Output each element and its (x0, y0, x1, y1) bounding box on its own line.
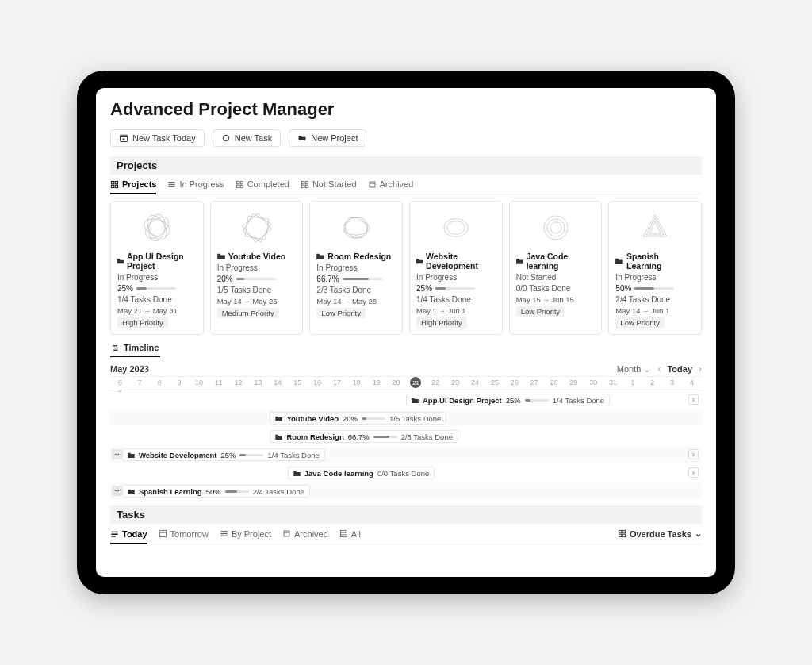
current-day-marker: 21 (410, 377, 421, 388)
circle-icon (221, 133, 231, 143)
svg-rect-9 (169, 182, 175, 183)
add-subtask-button[interactable]: + (112, 449, 122, 459)
svg-rect-42 (111, 534, 117, 535)
task-tab-archived[interactable]: Archived (282, 529, 328, 539)
svg-rect-49 (284, 531, 289, 536)
timeline-row: + Spanish Learning 50% 2/4 Tasks Done (110, 483, 702, 499)
timeline-row: Room Redesign 66.7% 2/3 Tasks Done (110, 429, 702, 444)
project-status: In Progress (117, 273, 197, 282)
timeline-bar[interactable]: App UI Design Project 25% 1/4 Tasks Done (406, 394, 610, 406)
svg-rect-38 (113, 345, 117, 346)
svg-point-4 (223, 135, 229, 141)
today-button[interactable]: Today (667, 364, 692, 374)
project-thumbnail (117, 206, 197, 249)
svg-point-25 (141, 213, 172, 242)
new-project-button[interactable]: New Project (289, 129, 366, 147)
timeline-bar[interactable]: Youtube Video 20% 1/5 Tasks Done (270, 412, 446, 425)
priority-pill: High Priority (416, 317, 467, 328)
svg-point-30 (341, 213, 371, 243)
priority-pill: Low Priority (516, 306, 565, 317)
task-tab-today[interactable]: Today (110, 529, 147, 539)
tab-icon (368, 180, 377, 189)
svg-point-24 (147, 213, 167, 243)
new-task-button[interactable]: New Task (213, 129, 281, 147)
svg-point-32 (544, 216, 568, 240)
svg-point-34 (550, 222, 561, 233)
tab-timeline[interactable]: Timeline (110, 343, 160, 357)
svg-rect-19 (305, 185, 308, 187)
project-name: Website Development (416, 252, 496, 271)
svg-rect-28 (242, 213, 271, 243)
task-tab-all[interactable]: All (339, 529, 361, 539)
tab-in-progress[interactable]: In Progress (167, 179, 224, 189)
timeline-bar[interactable]: Spanish Learning 50% 2/4 Tasks Done (122, 485, 310, 498)
task-tab-tomorrow[interactable]: Tomorrow (159, 529, 209, 539)
project-name: Room Redesign (316, 252, 396, 261)
add-subtask-button[interactable]: + (112, 486, 122, 496)
task-tab-by-project[interactable]: By Project (220, 529, 271, 539)
project-card[interactable]: Spanish Learning In Progress 50% 2/4 Tas… (608, 201, 702, 335)
expand-row-button[interactable]: › (688, 449, 699, 459)
svg-rect-39 (114, 347, 119, 348)
timeline-bar[interactable]: Website Development 25% 1/4 Tasks Done (122, 448, 325, 461)
svg-rect-51 (340, 530, 347, 536)
board-icon (618, 529, 626, 538)
project-card[interactable]: Java Code learning Not Started 0/0 Tasks… (509, 201, 603, 335)
timeline-bar[interactable]: Room Redesign 66.7% 2/3 Tasks Done (270, 430, 458, 443)
timeline-tabs: Timeline (110, 343, 702, 357)
svg-rect-55 (622, 530, 625, 532)
tab-icon (220, 529, 228, 538)
project-name: Spanish Learning (615, 252, 695, 271)
app-screen: Advanced Project Manager New Task Today … (96, 88, 716, 577)
tab-archived[interactable]: Archived (368, 179, 414, 189)
svg-rect-11 (169, 186, 175, 186)
priority-pill: Medium Priority (217, 308, 279, 318)
prev-period-button[interactable]: ‹ (657, 363, 661, 375)
project-tabs: ProjectsIn ProgressCompletedNot StartedA… (110, 179, 702, 194)
project-status: In Progress (316, 263, 396, 272)
svg-rect-56 (619, 534, 621, 536)
new-task-today-button[interactable]: New Task Today (110, 129, 205, 147)
task-tabs: TodayTomorrowBy ProjectArchivedAll Overd… (110, 529, 702, 544)
project-dates: May 14→Jun 1 (615, 306, 695, 315)
project-card[interactable]: App UI Design Project In Progress 25% 1/… (110, 201, 204, 335)
project-dates: May 21→May 31 (117, 306, 197, 315)
svg-rect-48 (220, 536, 227, 536)
svg-rect-14 (236, 185, 239, 187)
folder-icon (297, 133, 307, 143)
svg-rect-20 (370, 182, 375, 187)
svg-rect-6 (115, 181, 117, 183)
project-dates: May 14→May 25 (217, 297, 297, 306)
timeline-row: Java Code learning 0/0 Tasks Done › (110, 465, 702, 481)
project-card[interactable]: Room Redesign In Progress 66.7% 2/3 Task… (309, 201, 403, 335)
tab-icon (167, 180, 176, 189)
svg-rect-17 (305, 181, 308, 183)
project-name: Java Code learning (516, 252, 596, 271)
svg-rect-41 (111, 532, 117, 532)
project-tasks-done: 1/5 Tasks Done (217, 286, 297, 294)
project-progress: 66.7% (316, 275, 396, 283)
expand-row-button[interactable]: › (688, 467, 699, 478)
overdue-tasks-view[interactable]: Overdue Tasks ⌄ (618, 529, 702, 539)
overdue-label: Overdue Tasks (630, 529, 691, 539)
project-name: Youtube Video (217, 252, 297, 261)
timeline-toolbar: May 2023 Month ⌄ ‹ Today › (110, 363, 702, 375)
svg-rect-7 (111, 185, 113, 187)
project-status: Not Started (516, 273, 596, 282)
project-tasks-done: 0/0 Tasks Done (516, 284, 596, 293)
svg-point-23 (144, 212, 170, 243)
next-period-button[interactable]: › (699, 363, 702, 375)
tab-icon (236, 180, 244, 189)
timeline-view-select[interactable]: Month ⌄ (617, 363, 652, 375)
tab-completed[interactable]: Completed (236, 179, 289, 189)
tab-icon (282, 529, 291, 538)
project-card[interactable]: Youtube Video In Progress 20% 1/5 Tasks … (210, 201, 304, 335)
timeline-bar[interactable]: Java Code learning 0/0 Tasks Done (288, 467, 435, 479)
expand-row-button[interactable]: › (688, 394, 699, 405)
project-status: In Progress (416, 273, 496, 282)
project-card[interactable]: Website Development In Progress 25% 1/4 … (409, 201, 503, 335)
project-progress: 50% (615, 284, 695, 293)
project-progress: 25% (117, 284, 197, 293)
tab-projects[interactable]: Projects (110, 179, 156, 189)
tab-not-started[interactable]: Not Started (301, 179, 357, 189)
